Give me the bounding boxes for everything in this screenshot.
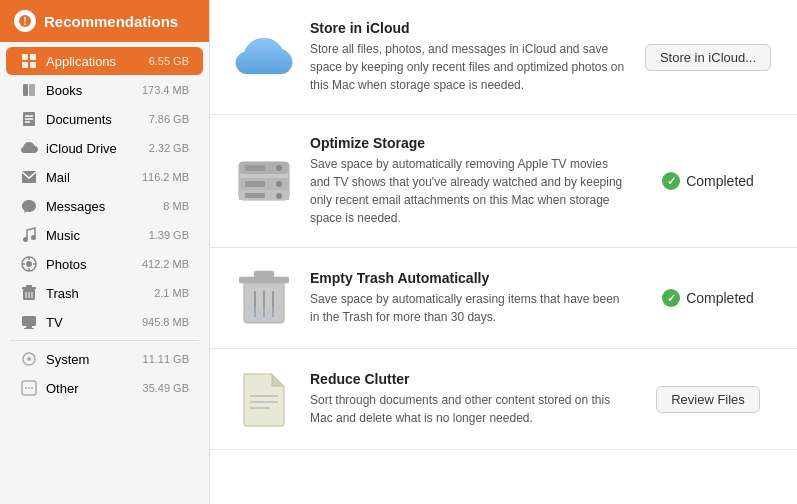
optimize-card-content: Optimize Storage Save space by automatic… bbox=[310, 135, 627, 227]
trash-sidebar-icon bbox=[20, 284, 38, 302]
svg-rect-23 bbox=[26, 285, 32, 287]
svg-rect-22 bbox=[22, 287, 36, 289]
app-icon bbox=[20, 52, 38, 70]
sidebar-messages-size: 8 MB bbox=[163, 200, 189, 212]
icloud-drive-icon bbox=[20, 139, 38, 157]
svg-point-13 bbox=[23, 237, 28, 242]
svg-rect-28 bbox=[26, 326, 32, 328]
empty-trash-completed-badge: ✓ Completed bbox=[662, 289, 754, 307]
svg-text:!: ! bbox=[23, 16, 26, 27]
reduce-clutter-card-action: Review Files bbox=[643, 386, 773, 413]
optimize-card-desc: Save space by automatically removing App… bbox=[310, 155, 627, 227]
svg-rect-3 bbox=[30, 54, 36, 60]
system-icon bbox=[20, 350, 38, 368]
sidebar-divider bbox=[10, 340, 199, 341]
sidebar-item-other[interactable]: Other 35.49 GB bbox=[6, 374, 203, 402]
sidebar-system-size: 11.11 GB bbox=[143, 353, 189, 365]
svg-point-40 bbox=[276, 165, 282, 171]
recommendations-icon: ! bbox=[14, 10, 36, 32]
sidebar-other-label: Other bbox=[46, 381, 143, 396]
svg-point-34 bbox=[28, 387, 30, 389]
sidebar-item-mail[interactable]: Mail 116.2 MB bbox=[6, 163, 203, 191]
photos-icon bbox=[20, 255, 38, 273]
svg-point-14 bbox=[31, 235, 36, 240]
svg-point-35 bbox=[31, 387, 33, 389]
sidebar-mail-size: 116.2 MB bbox=[142, 171, 189, 183]
icloud-card-action: Store in iCloud... bbox=[643, 44, 773, 71]
music-icon bbox=[20, 226, 38, 244]
sidebar-item-system[interactable]: System 11.11 GB bbox=[6, 345, 203, 373]
sidebar-item-applications[interactable]: Applications 6.55 GB bbox=[6, 47, 203, 75]
empty-trash-card-action: ✓ Completed bbox=[643, 289, 773, 307]
sidebar-item-icloud-drive[interactable]: iCloud Drive 2.32 GB bbox=[6, 134, 203, 162]
svg-rect-6 bbox=[23, 84, 28, 96]
svg-rect-29 bbox=[24, 328, 34, 329]
sidebar-documents-label: Documents bbox=[46, 112, 149, 127]
sidebar-books-size: 173.4 MB bbox=[142, 84, 189, 96]
icloud-action-button[interactable]: Store in iCloud... bbox=[645, 44, 771, 71]
reduce-clutter-card-desc: Sort through documents and other content… bbox=[310, 391, 627, 427]
svg-rect-7 bbox=[29, 84, 35, 96]
empty-trash-card-content: Empty Trash Automatically Save space by … bbox=[310, 270, 627, 326]
icloud-card-title: Store in iCloud bbox=[310, 20, 627, 36]
svg-rect-5 bbox=[30, 62, 36, 68]
sidebar-item-trash[interactable]: Trash 2.1 MB bbox=[6, 279, 203, 307]
reduce-clutter-card: Reduce Clutter Sort through documents an… bbox=[210, 349, 797, 450]
sidebar-music-label: Music bbox=[46, 228, 149, 243]
messages-icon bbox=[20, 197, 38, 215]
icloud-card-content: Store in iCloud Store all files, photos,… bbox=[310, 20, 627, 94]
sidebar-icloud-label: iCloud Drive bbox=[46, 141, 149, 156]
documents-icon bbox=[20, 110, 38, 128]
sidebar-system-label: System bbox=[46, 352, 143, 367]
sidebar-applications-label: Applications bbox=[46, 54, 149, 69]
empty-trash-completed-label: Completed bbox=[686, 290, 754, 306]
optimize-card-action: ✓ Completed bbox=[643, 172, 773, 190]
sidebar-books-label: Books bbox=[46, 83, 142, 98]
sidebar-items-list: Applications 6.55 GB Books 173.4 MB bbox=[0, 42, 209, 504]
reduce-clutter-card-content: Reduce Clutter Sort through documents an… bbox=[310, 371, 627, 427]
doc-card-icon bbox=[234, 369, 294, 429]
sidebar-header: ! Recommendations bbox=[0, 0, 209, 42]
sidebar-photos-size: 412.2 MB bbox=[142, 258, 189, 270]
sidebar-trash-label: Trash bbox=[46, 286, 154, 301]
svg-rect-27 bbox=[22, 316, 36, 326]
icloud-card-icon bbox=[234, 27, 294, 87]
sidebar: ! Recommendations Applications 6.55 GB bbox=[0, 0, 210, 504]
sidebar-tv-label: TV bbox=[46, 315, 142, 330]
sidebar-item-books[interactable]: Books 173.4 MB bbox=[6, 76, 203, 104]
sidebar-photos-label: Photos bbox=[46, 257, 142, 272]
sidebar-trash-size: 2.1 MB bbox=[154, 287, 189, 299]
sidebar-item-photos[interactable]: Photos 412.2 MB bbox=[6, 250, 203, 278]
optimize-completed-badge: ✓ Completed bbox=[662, 172, 754, 190]
review-files-button[interactable]: Review Files bbox=[656, 386, 760, 413]
sidebar-item-documents[interactable]: Documents 7.86 GB bbox=[6, 105, 203, 133]
other-icon bbox=[20, 379, 38, 397]
svg-point-42 bbox=[276, 193, 282, 199]
main-content: Store in iCloud Store all files, photos,… bbox=[210, 0, 797, 504]
svg-rect-47 bbox=[239, 277, 289, 283]
svg-rect-48 bbox=[254, 271, 274, 277]
sidebar-item-messages[interactable]: Messages 8 MB bbox=[6, 192, 203, 220]
svg-rect-45 bbox=[245, 193, 265, 198]
sidebar-music-size: 1.39 GB bbox=[149, 229, 189, 241]
svg-rect-2 bbox=[22, 54, 28, 60]
optimize-card-title: Optimize Storage bbox=[310, 135, 627, 151]
sidebar-documents-size: 7.86 GB bbox=[149, 113, 189, 125]
optimize-card: Optimize Storage Save space by automatic… bbox=[210, 115, 797, 248]
svg-point-31 bbox=[27, 357, 31, 361]
empty-trash-card-title: Empty Trash Automatically bbox=[310, 270, 627, 286]
books-icon bbox=[20, 81, 38, 99]
sidebar-applications-size: 6.55 GB bbox=[149, 55, 189, 67]
svg-point-33 bbox=[25, 387, 27, 389]
sidebar-title: Recommendations bbox=[44, 13, 178, 30]
sidebar-item-music[interactable]: Music 1.39 GB bbox=[6, 221, 203, 249]
empty-trash-card: Empty Trash Automatically Save space by … bbox=[210, 248, 797, 349]
tv-icon bbox=[20, 313, 38, 331]
sidebar-tv-size: 945.8 MB bbox=[142, 316, 189, 328]
sidebar-messages-label: Messages bbox=[46, 199, 163, 214]
trash-card-icon bbox=[234, 268, 294, 328]
svg-rect-4 bbox=[22, 62, 28, 68]
svg-rect-44 bbox=[245, 181, 265, 187]
empty-trash-card-desc: Save space by automatically erasing item… bbox=[310, 290, 627, 326]
sidebar-item-tv[interactable]: TV 945.8 MB bbox=[6, 308, 203, 336]
